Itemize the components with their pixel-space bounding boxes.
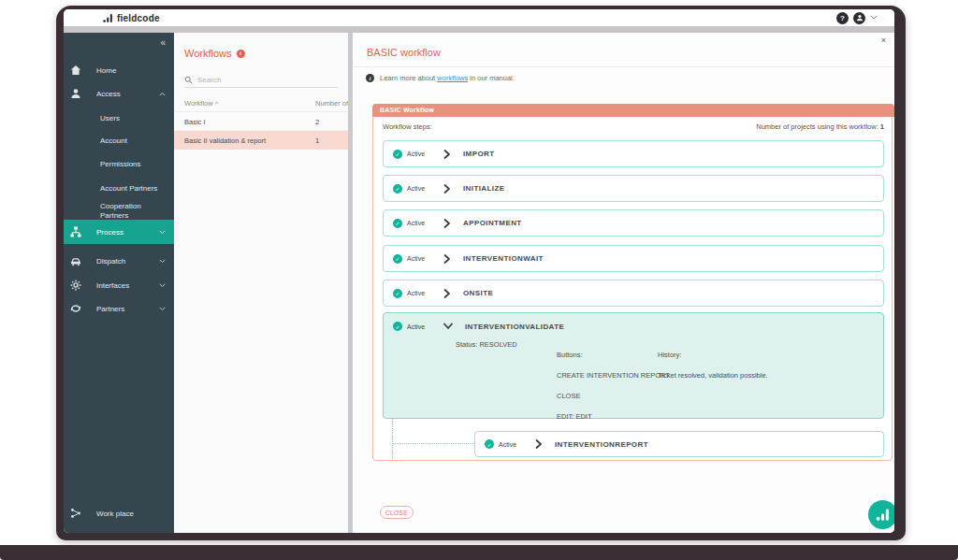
check-icon: ✓ <box>485 439 494 449</box>
branch-connector-horizontal <box>392 443 474 444</box>
workflows-manual-link[interactable]: workflows <box>437 74 468 82</box>
status-badge: ✓ Active <box>393 150 430 159</box>
chevron-down-icon <box>159 307 166 311</box>
top-bar: fieldcode ? <box>64 9 894 26</box>
card-header: BASIC Workflow <box>372 104 894 117</box>
share-network-icon <box>69 508 82 519</box>
expanded-step-header[interactable]: ✓ Active INTERVENTIONVALIDATE <box>384 322 883 331</box>
check-icon: ✓ <box>393 289 402 298</box>
logo-text: fieldcode <box>117 13 160 23</box>
projects-count: Number of projects using this workflow: … <box>756 122 884 131</box>
steps-label: Workflow steps: <box>383 122 432 131</box>
card-meta: Workflow steps: Number of projects using… <box>383 122 884 131</box>
workflow-row-basic-1[interactable]: Basic I 2 <box>174 112 348 131</box>
search-icon <box>184 76 193 84</box>
topbar-actions: ? <box>836 12 878 24</box>
branch-connector-vertical <box>392 419 393 459</box>
fieldcode-logo-icon <box>103 12 113 23</box>
chevron-right-icon <box>443 219 451 228</box>
sidebar-item-home[interactable]: Home <box>64 58 174 82</box>
sidebar-item-permissions[interactable]: Permissions <box>64 152 174 176</box>
check-icon: ✓ <box>393 254 402 264</box>
chevron-down-icon <box>443 323 453 330</box>
check-icon: ✓ <box>393 184 402 194</box>
status-badge: ✓ Active <box>393 289 430 298</box>
step-onsite[interactable]: ✓ Active ONSITE <box>383 280 884 307</box>
workflow-table-header: Workflow ^ Number of projects <box>174 93 348 112</box>
status-badge: ✓ Active <box>485 439 522 449</box>
chevron-right-icon <box>443 150 451 159</box>
sidebar-item-access[interactable]: Access <box>64 81 174 106</box>
gear-icon <box>69 280 82 291</box>
chevron-down-icon <box>159 283 166 288</box>
check-icon: ✓ <box>393 219 402 228</box>
search-input[interactable] <box>197 76 319 84</box>
check-icon: ✓ <box>393 150 402 159</box>
sort-asc-icon: ^ <box>215 99 219 108</box>
sidebar: « Home Access <box>64 33 174 533</box>
app-screen: fieldcode ? <box>64 9 894 533</box>
help-button[interactable]: ? <box>836 12 849 24</box>
step-interventionwait[interactable]: ✓ Active INTERVENTIONWAIT <box>383 245 884 272</box>
workflow-detail-panel: × BASIC workflow i Learn more about work… <box>353 33 894 533</box>
handshake-icon <box>69 303 82 314</box>
sidebar-item-users[interactable]: Users <box>64 107 174 130</box>
status-badge: ✓ Active <box>393 219 430 228</box>
laptop-frame: fieldcode ? <box>56 6 906 540</box>
topbar-divider <box>64 26 894 33</box>
title-divider <box>353 66 894 67</box>
chevron-right-icon <box>535 439 543 449</box>
chevron-right-icon <box>443 184 451 194</box>
car-icon <box>69 255 82 266</box>
info-icon[interactable]: i <box>237 50 245 58</box>
workflow-row-basic-2[interactable]: Basic II validation & report 1 <box>174 131 348 150</box>
status-badge: ✓ Active <box>393 322 430 331</box>
user-icon <box>856 14 864 22</box>
chevron-right-icon <box>443 254 451 264</box>
chevron-right-icon <box>443 289 451 298</box>
step-appointment[interactable]: ✓ Active APPOINTMENT <box>383 209 884 237</box>
sidebar-collapse-button[interactable]: « <box>160 37 166 48</box>
fieldcode-fab-button[interactable] <box>868 500 894 529</box>
home-icon <box>69 65 82 76</box>
status-badge: ✓ Active <box>393 254 430 264</box>
step-interventionreport[interactable]: ✓ Active INTERVENTIONREPORT <box>474 431 884 457</box>
laptop-base <box>0 545 958 560</box>
workflow-card: BASIC Workflow Workflow steps: Number of… <box>372 104 893 461</box>
fieldcode-logo: fieldcode <box>103 12 160 23</box>
chevron-up-icon <box>159 92 166 96</box>
step-buttons-detail: Buttons: CREATE INTERVENTION REPORT CLOS… <box>557 339 670 432</box>
info-icon: i <box>366 74 374 82</box>
workflows-panel: Workflows i Workflow ^ <box>174 33 348 533</box>
fieldcode-logo-icon <box>876 508 890 523</box>
step-history-detail: History: Ticket resolved, validation pos… <box>658 339 768 391</box>
sidebar-item-dispatch[interactable]: Dispatch <box>64 249 174 273</box>
close-button[interactable]: CLOSE <box>380 506 414 519</box>
sidebar-item-partners[interactable]: Partners <box>64 296 174 321</box>
chevron-down-icon <box>159 259 166 264</box>
step-import[interactable]: ✓ Active IMPORT <box>383 140 884 167</box>
sidebar-item-interfaces[interactable]: Interfaces <box>64 273 174 297</box>
detail-title: BASIC workflow <box>367 47 441 58</box>
check-icon: ✓ <box>393 322 402 331</box>
page: fieldcode ? <box>0 0 958 560</box>
chevron-down-icon[interactable] <box>870 15 878 21</box>
chevron-down-icon <box>159 230 166 235</box>
sidebar-item-process[interactable]: Process <box>64 220 174 244</box>
sidebar-item-work-place[interactable]: Work place <box>64 501 174 525</box>
sidebar-item-account[interactable]: Account <box>64 129 174 152</box>
status-badge: ✓ Active <box>393 184 430 194</box>
help-icon: ? <box>840 14 845 22</box>
step-interventionvalidate-expanded[interactable]: ✓ Active INTERVENTIONVALIDATE Status: RE… <box>383 312 884 419</box>
column-workflow[interactable]: Workflow ^ <box>184 99 218 108</box>
step-initialize[interactable]: ✓ Active INITIALIZE <box>383 175 884 202</box>
step-status-detail: Status: RESOLVED <box>456 339 517 350</box>
workflow-search <box>184 72 338 88</box>
user-menu-button[interactable] <box>853 12 865 24</box>
workflows-title: Workflows i <box>184 48 245 59</box>
manual-hint: i Learn more about workflows in our manu… <box>366 74 515 82</box>
close-icon[interactable]: × <box>881 36 886 45</box>
process-icon <box>69 226 82 237</box>
column-projects[interactable]: Number of projects <box>315 99 348 108</box>
person-icon <box>69 88 82 99</box>
